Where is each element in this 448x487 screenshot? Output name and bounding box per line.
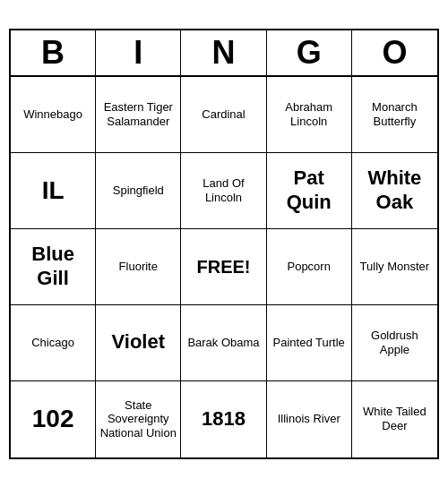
bingo-cell: Pat Quin (267, 153, 352, 229)
bingo-grid: WinnebagoEastern Tiger SalamanderCardina… (11, 77, 437, 457)
bingo-cell: State Sovereignty National Union (96, 381, 181, 457)
bingo-cell: White Oak (352, 153, 437, 229)
bingo-cell: White Tailed Deer (352, 381, 437, 457)
bingo-cell: Winnebago (11, 77, 96, 153)
bingo-cell: Goldrush Apple (352, 305, 437, 381)
header-letter: G (267, 30, 352, 75)
bingo-header: BINGO (11, 30, 437, 77)
bingo-cell: Illinois River (267, 381, 352, 457)
header-letter: I (96, 30, 181, 75)
bingo-card: BINGO WinnebagoEastern Tiger SalamanderC… (9, 29, 439, 459)
bingo-cell: Eastern Tiger Salamander (96, 77, 181, 153)
bingo-cell: Monarch Butterfly (352, 77, 437, 153)
header-letter: N (181, 30, 266, 75)
header-letter: B (11, 30, 96, 75)
bingo-cell: Fluorite (96, 229, 181, 305)
bingo-cell: Abraham Lincoln (267, 77, 352, 153)
bingo-cell: Chicago (11, 305, 96, 381)
bingo-cell: Blue Gill (11, 229, 96, 305)
bingo-cell: IL (11, 153, 96, 229)
bingo-cell: 102 (11, 381, 96, 457)
bingo-cell: Violet (96, 305, 181, 381)
bingo-cell: Painted Turtle (267, 305, 352, 381)
bingo-cell: Spingfield (96, 153, 181, 229)
bingo-cell: Tully Monster (352, 229, 437, 305)
header-letter: O (352, 30, 437, 75)
bingo-cell: Popcorn (267, 229, 352, 305)
bingo-cell: Barak Obama (181, 305, 266, 381)
bingo-cell: FREE! (181, 229, 266, 305)
bingo-cell: Land Of Lincoln (181, 153, 266, 229)
bingo-cell: 1818 (181, 381, 266, 457)
bingo-cell: Cardinal (181, 77, 266, 153)
